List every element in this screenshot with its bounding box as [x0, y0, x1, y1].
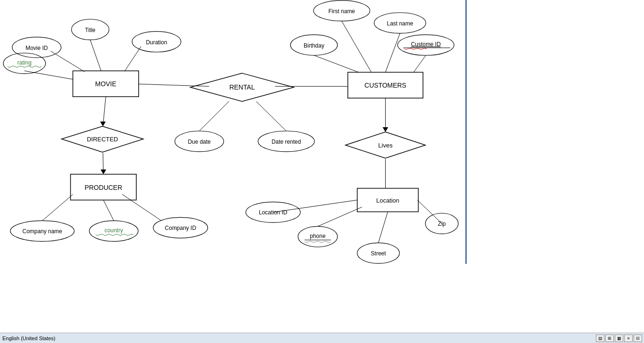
customers-label: CUSTOMERS — [364, 82, 406, 89]
rental-label: RENTAL — [229, 83, 255, 91]
view-icon-2[interactable]: ⊞ — [605, 335, 614, 342]
view-icons: ▤ ⊞ ▦ ≡ ⊟ — [596, 335, 644, 342]
svg-line-24 — [417, 200, 442, 224]
birthday-attr: Birthday — [304, 42, 324, 49]
movie-label: MOVIE — [95, 80, 116, 88]
svg-marker-7 — [100, 122, 106, 126]
producer-label: PRODUCER — [84, 184, 122, 191]
lastname-attr: Last name — [387, 20, 413, 27]
svg-line-15 — [386, 33, 400, 73]
view-icon-5[interactable]: ⊟ — [634, 335, 642, 342]
view-icon-1[interactable]: ▤ — [596, 335, 604, 342]
svg-line-25 — [199, 101, 229, 131]
country-attr: country — [105, 227, 123, 234]
svg-marker-19 — [383, 127, 388, 132]
svg-line-22 — [318, 207, 362, 227]
date-rented-attr: Date rented — [272, 139, 301, 145]
phone-attr: phone — [310, 233, 326, 239]
duration-attr: Duration — [146, 39, 167, 46]
language-indicator: English (United States) — [2, 335, 56, 341]
company-id-attr: Company ID — [165, 225, 197, 231]
location-id-attr: Location ID — [259, 209, 288, 216]
svg-line-23 — [379, 212, 388, 243]
rating-attr: rating — [17, 59, 32, 66]
view-icon-3[interactable]: ▦ — [615, 335, 623, 342]
svg-line-11 — [42, 195, 73, 221]
due-date-attr: Due date — [188, 139, 211, 145]
svg-line-13 — [122, 195, 161, 220]
svg-line-26 — [256, 101, 286, 131]
svg-line-1 — [90, 40, 101, 71]
zip-attr: Zip — [438, 220, 446, 227]
svg-line-16 — [314, 55, 359, 72]
svg-line-0 — [51, 51, 85, 72]
customer-id-attr: Custome ID — [411, 41, 441, 48]
svg-marker-10 — [100, 170, 106, 174]
svg-line-12 — [103, 200, 114, 221]
svg-line-17 — [413, 55, 426, 72]
location-label: Location — [376, 197, 399, 204]
street-attr: Street — [371, 250, 387, 257]
firstname-attr: First name — [329, 8, 355, 15]
svg-line-3 — [25, 71, 73, 79]
lives-label: Lives — [378, 142, 393, 149]
directed-label: DIRECTED — [87, 136, 118, 143]
status-bar: English (United States) ▤ ⊞ ▦ ≡ ⊟ — [0, 333, 644, 343]
svg-line-14 — [342, 21, 372, 73]
movie-id-attr: Movie ID — [25, 45, 48, 51]
svg-line-2 — [124, 47, 141, 72]
company-name-attr: Company name — [23, 228, 63, 235]
diagram-canvas: MOVIE RENTAL CUSTOMERS DIRECTED PRODUCER… — [0, 0, 467, 264]
title-attr: Title — [85, 27, 95, 33]
view-icon-4[interactable]: ≡ — [624, 335, 633, 342]
